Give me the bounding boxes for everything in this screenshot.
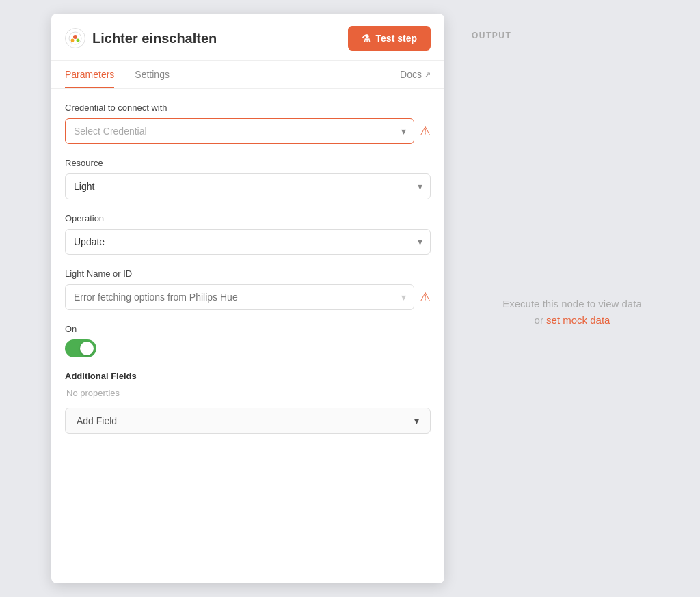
resource-label: Resource (65, 158, 431, 168)
title-group: Lichter einschalten (65, 28, 217, 48)
credential-select-wrapper: Select Credential ▾ (65, 118, 414, 144)
credential-select[interactable]: Select Credential (65, 118, 414, 144)
operation-select[interactable]: Update (65, 229, 431, 255)
additional-fields-header: Additional Fields (65, 371, 431, 381)
light-name-field-group: Light Name or ID ▾ ⚠ (65, 268, 431, 310)
light-name-warning-icon: ⚠ (420, 290, 431, 305)
panel-title: Lichter einschalten (92, 31, 217, 46)
panel-content: Credential to connect with Select Creden… (51, 89, 444, 583)
add-field-wrapper: Add Field ▾ (65, 408, 431, 434)
operation-select-wrapper: Update ▾ (65, 229, 431, 255)
credential-label: Credential to connect with (65, 102, 431, 113)
external-link-icon: ↗ (425, 70, 431, 79)
output-message-line2: or (535, 314, 543, 326)
resource-select-wrapper: Light ▾ (65, 173, 431, 199)
add-field-button[interactable]: Add Field ▾ (65, 408, 431, 434)
light-name-field-row: ▾ ⚠ (65, 284, 431, 310)
additional-fields-title: Additional Fields (65, 371, 137, 381)
svg-point-3 (77, 39, 80, 42)
tab-settings[interactable]: Settings (135, 61, 170, 88)
operation-label: Operation (65, 213, 431, 223)
flask-icon: ⚗ (362, 33, 371, 44)
additional-fields-divider (144, 376, 431, 376)
output-message-line1: Execute this node to view data (502, 298, 641, 309)
add-field-chevron-icon: ▾ (414, 415, 419, 426)
svg-point-1 (73, 35, 77, 39)
light-name-input[interactable] (65, 284, 414, 310)
additional-fields-section: Additional Fields No properties Add Fiel… (65, 371, 431, 434)
output-panel: OUTPUT Execute this node to view data or… (444, 0, 700, 597)
svg-point-2 (71, 39, 75, 42)
credential-field-group: Credential to connect with Select Creden… (65, 102, 431, 144)
test-step-button[interactable]: ⚗ Test step (348, 26, 431, 51)
output-label: OUTPUT (472, 31, 511, 40)
light-name-input-wrapper: ▾ (65, 284, 414, 310)
on-label: On (65, 324, 431, 334)
on-toggle[interactable] (65, 339, 96, 357)
output-text: Execute this node to view data or set mo… (502, 296, 641, 329)
tab-docs[interactable]: Docs ↗ (400, 61, 431, 88)
resource-select[interactable]: Light (65, 173, 431, 199)
operation-field-group: Operation Update ▾ (65, 213, 431, 255)
output-message: Execute this node to view data or set mo… (502, 40, 641, 583)
on-field-group: On (65, 324, 431, 357)
test-step-label: Test step (376, 33, 417, 44)
main-background: Lichter einschalten ⚗ Test step Paramete… (0, 0, 700, 597)
credential-warning-icon: ⚠ (420, 124, 431, 139)
panel-header: Lichter einschalten ⚗ Test step (51, 14, 444, 61)
mock-data-link[interactable]: set mock data (546, 314, 610, 326)
panel-tabs: Parameters Settings Docs ↗ (51, 61, 444, 89)
hue-logo (65, 28, 85, 48)
docs-label: Docs (400, 69, 422, 80)
credential-field-row: Select Credential ▾ ⚠ (65, 118, 431, 144)
light-name-label: Light Name or ID (65, 268, 431, 279)
toggle-wrapper (65, 339, 431, 357)
add-field-label: Add Field (77, 415, 117, 426)
resource-field-group: Resource Light ▾ (65, 158, 431, 199)
no-properties-text: No properties (65, 388, 431, 398)
tab-parameters[interactable]: Parameters (65, 61, 114, 88)
config-panel: Lichter einschalten ⚗ Test step Paramete… (51, 14, 444, 583)
